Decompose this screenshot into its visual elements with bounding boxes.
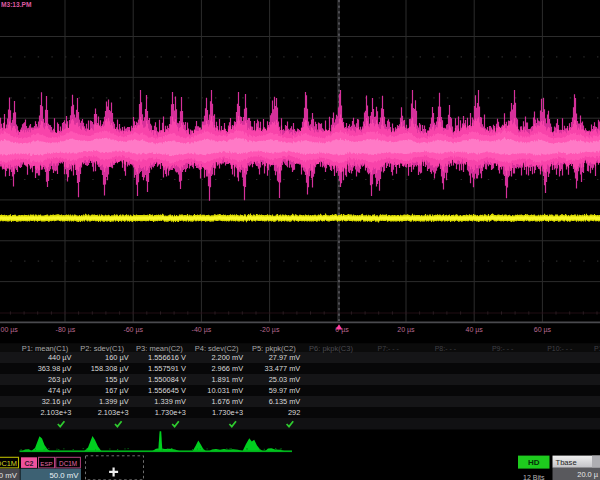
svg-text:2.103e+3: 2.103e+3: [40, 408, 71, 417]
svg-text:20 µs: 20 µs: [397, 326, 415, 334]
svg-text:263 µV: 263 µV: [48, 375, 72, 384]
svg-text:P9:- - -: P9:- - -: [492, 345, 514, 352]
svg-text:12 Bits: 12 Bits: [523, 474, 545, 480]
svg-text:P6: pkpk(C3): P6: pkpk(C3): [309, 344, 353, 353]
svg-text:59.97 mV: 59.97 mV: [269, 386, 301, 395]
svg-text:2.200 mV: 2.200 mV: [211, 353, 243, 362]
svg-text:60 µs: 60 µs: [534, 326, 552, 334]
svg-text:1.339 mV: 1.339 mV: [154, 397, 186, 406]
svg-text:20.0 µ: 20.0 µ: [577, 470, 598, 479]
svg-text:32.16 µV: 32.16 µV: [42, 397, 72, 406]
svg-text:Tbase: Tbase: [556, 458, 577, 467]
svg-text:1.556645 V: 1.556645 V: [148, 386, 186, 395]
svg-text:HD: HD: [528, 458, 540, 467]
svg-text:DC1M: DC1M: [0, 459, 17, 468]
svg-text:363.98 µV: 363.98 µV: [38, 364, 72, 373]
svg-text:27.97 mV: 27.97 mV: [269, 353, 301, 362]
svg-text:ESP: ESP: [40, 460, 52, 467]
svg-text:-80 µs: -80 µs: [56, 326, 76, 334]
svg-text:-40 µs: -40 µs: [192, 326, 212, 334]
svg-text:P5: pkpk(C2): P5: pkpk(C2): [252, 344, 296, 353]
svg-text:P1: mean(C1): P1: mean(C1): [22, 344, 69, 353]
svg-text:474 µV: 474 µV: [48, 386, 72, 395]
svg-text:33.477 mV: 33.477 mV: [265, 364, 301, 373]
svg-text:1.891 mV: 1.891 mV: [211, 375, 243, 384]
svg-text:1.399 µV: 1.399 µV: [99, 397, 129, 406]
svg-text:25.03 mV: 25.03 mV: [269, 375, 301, 384]
svg-text:P4: sdev(C2): P4: sdev(C2): [195, 344, 239, 353]
svg-text:1.730e+3: 1.730e+3: [212, 408, 243, 417]
svg-text:00 µs: 00 µs: [1, 326, 19, 334]
svg-text:-20 µs: -20 µs: [260, 326, 280, 334]
svg-text:P7:- - -: P7:- - -: [378, 345, 400, 352]
svg-text:P11: P11: [594, 345, 600, 352]
svg-text:2.966 mV: 2.966 mV: [211, 364, 243, 373]
svg-text:C2: C2: [25, 460, 34, 467]
svg-text:50.0 mV: 50.0 mV: [49, 471, 79, 480]
svg-text:292: 292: [288, 408, 300, 417]
svg-text:DC1M: DC1M: [59, 460, 77, 467]
svg-text:2.103e+3: 2.103e+3: [98, 408, 129, 417]
svg-text:160 µV: 160 µV: [105, 353, 129, 362]
svg-text:1.676 mV: 1.676 mV: [211, 397, 243, 406]
svg-text:P8:- - -: P8:- - -: [435, 345, 457, 352]
svg-text:158.308 µV: 158.308 µV: [91, 364, 129, 373]
svg-text:0 mV: 0 mV: [0, 471, 18, 480]
svg-text:1.550084 V: 1.550084 V: [148, 375, 186, 384]
svg-text:M3:13.PM: M3:13.PM: [1, 1, 32, 8]
svg-text:155 µV: 155 µV: [105, 375, 129, 384]
svg-text:1.730e+3: 1.730e+3: [155, 408, 186, 417]
svg-text:1.557591 V: 1.557591 V: [148, 364, 186, 373]
svg-text:40 µs: 40 µs: [466, 326, 484, 334]
svg-text:P10:- - -: P10:- - -: [547, 345, 573, 352]
svg-text:167 µV: 167 µV: [105, 386, 129, 395]
svg-text:-60 µs: -60 µs: [123, 326, 143, 334]
svg-text:1.556616 V: 1.556616 V: [148, 353, 186, 362]
svg-text:6.135 mV: 6.135 mV: [269, 397, 301, 406]
svg-text:440 µV: 440 µV: [48, 353, 72, 362]
svg-text:P2: sdev(C1): P2: sdev(C1): [80, 344, 124, 353]
svg-text:10.031 mV: 10.031 mV: [207, 386, 243, 395]
svg-text:P3: mean(C2): P3: mean(C2): [136, 344, 183, 353]
